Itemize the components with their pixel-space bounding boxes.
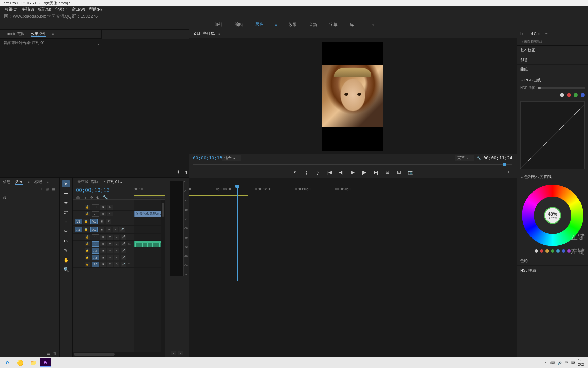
tab-effects[interactable]: 效果 xyxy=(15,179,23,185)
wrench-icon[interactable]: 🔧 xyxy=(476,156,481,160)
src-a1[interactable]: A1 xyxy=(75,227,82,232)
ws-audio[interactable]: 音频 xyxy=(308,20,318,29)
rgb-curve-editor[interactable] xyxy=(520,101,585,169)
hdr-slider[interactable] xyxy=(538,87,585,89)
menu-title[interactable]: 字幕(T) xyxy=(53,7,69,12)
yuv-icon[interactable]: ▦ xyxy=(52,187,57,191)
tool-rolling[interactable]: ⥂ xyxy=(62,209,70,216)
section-hsl[interactable]: HSL 辅助 xyxy=(517,266,588,275)
program-preview[interactable] xyxy=(322,42,383,151)
clip-1[interactable]: fx 天空城: 洛勒.mp4 xyxy=(134,211,165,217)
tab-lumetri-scopes[interactable]: Lumetri 范围 xyxy=(4,31,25,36)
playhead[interactable] xyxy=(237,186,238,281)
mark-out-icon[interactable]: { xyxy=(304,169,309,175)
folder-icon[interactable]: ▦ xyxy=(45,187,50,191)
button-editor-icon[interactable]: + xyxy=(506,169,511,175)
menu-help[interactable]: 帮助(H) xyxy=(87,7,104,12)
tab-overflow[interactable]: » xyxy=(47,180,49,184)
zoom-dropdown[interactable]: 适合 ⌄ xyxy=(222,155,241,161)
tool-selection[interactable]: ➤ xyxy=(62,180,70,187)
timeline-timecode[interactable]: 00;00;10;13 xyxy=(76,187,132,194)
track-lanes[interactable]: fx 天空城: 洛勒.mp4 fx 天空城: fx 天空 fx 天空城: xyxy=(134,200,165,352)
extract-icon[interactable]: ⊡ xyxy=(396,169,402,175)
h-scrollbar[interactable] xyxy=(74,353,115,356)
taskbar-premiere[interactable]: Pr xyxy=(40,358,51,367)
lift-icon[interactable]: ⊟ xyxy=(385,169,390,175)
go-in-icon[interactable]: |◀ xyxy=(327,169,332,175)
tray-ime[interactable]: 中 xyxy=(565,360,568,365)
tool-slip[interactable]: ↦ xyxy=(62,237,70,245)
tray-clock[interactable]: 1:202 xyxy=(578,359,584,366)
link-icon[interactable]: ∩ xyxy=(83,195,86,200)
program-timecode[interactable]: 00;00;10;13 xyxy=(193,155,222,160)
tool-pen[interactable]: ✎ xyxy=(62,247,70,254)
settings-icon[interactable]: ⬖ xyxy=(96,195,99,200)
trash-icon[interactable]: 🗑 xyxy=(53,351,57,355)
timeline-ruler[interactable]: ;00;00 00;00;04;00 00;00;08;00 00;00;12;… xyxy=(134,186,165,199)
tool-ripple[interactable]: ⇔ xyxy=(62,199,70,206)
new-bin-icon[interactable]: ▬ xyxy=(47,351,50,355)
tool-razor[interactable]: ✂ xyxy=(62,228,70,235)
channel-luma[interactable] xyxy=(560,93,564,97)
ws-libraries[interactable]: 库 xyxy=(349,20,355,29)
step-back-icon[interactable]: ◀| xyxy=(339,169,344,175)
insert-icon[interactable]: ⬇ xyxy=(175,169,181,175)
channel-blue[interactable] xyxy=(581,93,585,97)
ws-assembly[interactable]: 组件 xyxy=(214,20,223,29)
tool-zoom[interactable]: 🔍 xyxy=(62,266,70,273)
preset-icon[interactable]: ⊞ xyxy=(38,187,43,191)
tray-keyboard-icon[interactable]: ⌨ xyxy=(550,361,555,365)
taskbar-explorer[interactable]: 📁 xyxy=(27,358,39,367)
channel-green[interactable] xyxy=(574,93,578,97)
ws-effects[interactable]: 效果 xyxy=(288,20,297,29)
panel-menu-icon[interactable]: ≡ xyxy=(52,32,54,36)
tab-audio-mixer[interactable]: 音频剪辑混合器: 序列 01 xyxy=(4,40,45,45)
section-basic[interactable]: 基本校正 xyxy=(517,46,588,55)
step-fwd-icon[interactable]: |▶ xyxy=(362,169,367,175)
wrench-icon[interactable]: 🔧 xyxy=(103,195,108,200)
tray-up-icon[interactable]: ㅅ xyxy=(544,360,548,365)
effects-root[interactable]: 设 xyxy=(2,194,57,201)
snap-icon[interactable]: ⁂ xyxy=(76,195,80,200)
overwrite-icon[interactable]: ⬆ xyxy=(183,169,189,175)
tab-markers[interactable]: 标记 xyxy=(34,179,42,184)
menu-clip[interactable]: 剪辑(C) xyxy=(3,7,19,12)
tab-info[interactable]: 信息 xyxy=(3,179,11,184)
export-frame-icon[interactable]: 📷 xyxy=(408,169,413,175)
tray-ime2-icon[interactable]: ⌨ xyxy=(571,361,575,365)
tab-effect-controls[interactable]: 效果控件 xyxy=(31,31,46,37)
tool-rate[interactable]: ↔ xyxy=(62,218,70,226)
taskbar-browser[interactable]: 🟡 xyxy=(14,358,27,367)
program-title[interactable]: 节目: 序列 01 xyxy=(193,31,215,36)
marker-icon[interactable]: ⬗ xyxy=(90,195,93,200)
v-scrollbar[interactable] xyxy=(162,203,164,217)
huesat-header[interactable]: 色相饱和度 曲线 xyxy=(520,172,585,181)
ws-overflow[interactable]: » xyxy=(372,23,374,27)
ws-menu-icon[interactable]: ≡ xyxy=(275,23,277,27)
mark-clip-icon[interactable]: } xyxy=(315,169,321,175)
tool-track-select[interactable]: ⇹ xyxy=(62,189,70,197)
mark-in-icon[interactable]: ▾ xyxy=(292,169,298,175)
expand-icon[interactable]: ▸ xyxy=(98,43,99,46)
tool-hand[interactable]: ✋ xyxy=(62,256,70,264)
menu-marker[interactable]: 标记(M) xyxy=(36,7,53,12)
program-scrubber[interactable] xyxy=(189,162,517,167)
play-icon[interactable]: ▶ xyxy=(350,169,356,175)
go-out-icon[interactable]: ▶| xyxy=(373,169,379,175)
ws-captions[interactable]: 字幕 xyxy=(329,20,338,29)
menu-sequence[interactable]: 序列(S) xyxy=(19,7,36,12)
section-wheels[interactable]: 色轮 xyxy=(517,256,588,266)
channel-red[interactable] xyxy=(567,93,571,97)
section-creative[interactable]: 创意 xyxy=(517,55,588,65)
timeline-tab-1[interactable]: 天空城: 洛勒 xyxy=(77,179,98,184)
solo-right[interactable]: S xyxy=(178,351,183,355)
menu-window[interactable]: 窗口(W) xyxy=(70,7,87,12)
rgb-curves-header[interactable]: RGB 曲线 xyxy=(520,76,585,85)
quality-dropdown[interactable]: 完整 ⌄ xyxy=(455,155,474,161)
lock-v3[interactable]: 🔒 xyxy=(85,205,90,210)
tray-volume-icon[interactable]: 🔊 xyxy=(558,361,562,365)
audio-clip[interactable] xyxy=(134,241,165,247)
taskbar-edge[interactable]: e xyxy=(1,358,14,367)
toggle-v3[interactable]: ◉ xyxy=(100,205,106,210)
solo-left[interactable]: S xyxy=(171,351,176,355)
